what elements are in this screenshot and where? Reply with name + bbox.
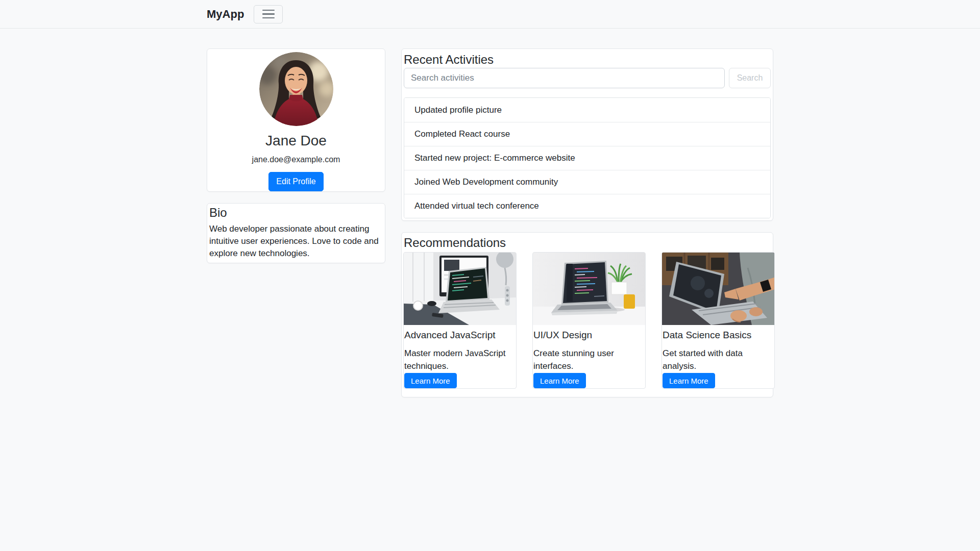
profile-column: Jane Doe jane.doe@example.com Edit Profi…	[207, 48, 385, 263]
recommendation-description: Create stunning user interfaces.	[533, 347, 644, 372]
recommendation-card-uiux-design: UI/UX Design Create stunning user interf…	[532, 252, 646, 389]
recent-activities-card: Recent Activities Search Updated profile…	[401, 48, 773, 221]
recommendations-title: Recommendations	[404, 235, 771, 250]
profile-name: Jane Doe	[265, 132, 327, 149]
workspace-laptop-monitor-photo	[404, 253, 517, 325]
activity-search-row: Search	[404, 68, 771, 88]
learn-more-button-advanced-javascript[interactable]: Learn More	[404, 373, 457, 388]
recent-activities-title: Recent Activities	[404, 52, 771, 67]
learn-more-button-uiux-design[interactable]: Learn More	[533, 373, 586, 388]
activity-list-item: Joined Web Development community	[404, 170, 770, 194]
recommendation-card-data-science: Data Science Basics Get started with dat…	[662, 252, 775, 389]
profile-card: Jane Doe jane.doe@example.com Edit Profi…	[207, 48, 385, 192]
hamburger-icon	[262, 10, 275, 19]
top-navbar: MyApp	[0, 0, 980, 29]
activity-list-item: Updated profile picture	[404, 98, 770, 122]
profile-email: jane.doe@example.com	[252, 155, 340, 165]
recommendations-card: Recommendations	[401, 232, 773, 397]
bio-text: Web developer passionate about creating …	[209, 223, 382, 260]
activity-list-item: Attended virtual tech conference	[404, 194, 770, 218]
brand-link[interactable]: MyApp	[207, 8, 244, 21]
activity-list: Updated profile picture Completed React …	[404, 97, 771, 218]
recommendation-description: Get started with data analysis.	[663, 347, 773, 372]
content-column: Recent Activities Search Updated profile…	[401, 48, 773, 397]
activity-list-item: Started new project: E-commerce website	[404, 146, 770, 170]
bio-card: Bio Web developer passionate about creat…	[207, 203, 385, 263]
recommendation-title: UI/UX Design	[533, 329, 644, 341]
activity-list-item: Completed React course	[404, 122, 770, 146]
recommendation-title: Data Science Basics	[663, 329, 773, 341]
edit-profile-button[interactable]: Edit Profile	[268, 172, 323, 191]
search-input[interactable]	[404, 68, 725, 88]
recommendation-title: Advanced JavaScript	[404, 329, 515, 341]
person-pointing-laptop-photo	[662, 253, 775, 325]
recommendation-card-advanced-javascript: Advanced JavaScript Master modern JavaSc…	[403, 252, 517, 389]
learn-more-button-data-science[interactable]: Learn More	[663, 373, 715, 388]
bio-title: Bio	[209, 206, 382, 220]
search-button[interactable]: Search	[729, 68, 771, 88]
navbar-toggler-button[interactable]	[254, 5, 283, 23]
macbook-code-plant-photo	[533, 253, 646, 325]
profile-avatar	[259, 52, 333, 126]
recommendation-description: Master modern JavaScript techniques.	[404, 347, 515, 372]
